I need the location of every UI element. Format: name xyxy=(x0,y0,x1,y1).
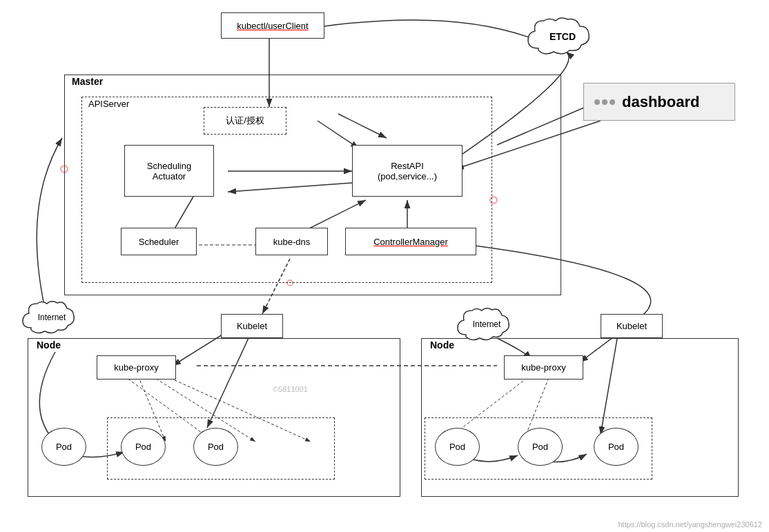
pod5-label: Pod xyxy=(532,442,548,452)
watermark: https://blog.csdn.net/yangshengwei230612 xyxy=(618,520,762,529)
kubectl-label: kubectl/userClient xyxy=(237,21,308,31)
kubectl-box: kubectl/userClient xyxy=(221,12,324,39)
pod3-box: Pod xyxy=(193,428,238,466)
pod-lone-left-label: Pod xyxy=(56,442,72,452)
dot3 xyxy=(610,99,615,105)
scheduler-box: Scheduler xyxy=(121,228,197,255)
dashboard-dots xyxy=(594,99,615,105)
kube-dns-label: kube-dns xyxy=(273,237,310,247)
controller-manager-label: ControllerManager xyxy=(373,237,448,247)
controller-manager-box: ControllerManager xyxy=(345,228,476,255)
kubelet-left-box: Kubelet xyxy=(221,314,283,338)
kubelet-right-box: Kubelet xyxy=(601,314,663,338)
etcd-label: ETCD xyxy=(549,31,576,42)
dot2 xyxy=(602,99,607,105)
kubelet-left-label: Kubelet xyxy=(237,321,267,331)
kube-proxy-left-box: kube-proxy xyxy=(97,355,176,380)
pod2-label: Pod xyxy=(135,442,151,452)
pod4-box: Pod xyxy=(435,428,480,466)
pod-lone-left: Pod xyxy=(41,428,86,466)
kube-proxy-right-box: kube-proxy xyxy=(504,355,583,380)
node-right-label: Node xyxy=(428,339,456,351)
kube-proxy-right-label: kube-proxy xyxy=(521,362,565,373)
auth-box: 认证/授权 xyxy=(204,107,286,135)
pod6-box: Pod xyxy=(594,428,639,466)
pod2-box: Pod xyxy=(121,428,166,466)
pod3-label: Pod xyxy=(208,442,224,452)
kube-proxy-left-label: kube-proxy xyxy=(114,362,158,373)
rest-api-box: RestAPI (pod,service...) xyxy=(352,145,463,197)
apiserver-label: APIServer xyxy=(86,99,131,109)
dashboard-box: dashboard xyxy=(583,83,735,121)
copyright: ©5811001 xyxy=(273,385,308,393)
internet-left-label: Internet xyxy=(38,313,66,322)
pod4-label: Pod xyxy=(449,442,465,452)
dot1 xyxy=(594,99,600,105)
internet-left-cloud: Internet xyxy=(21,297,83,338)
dashboard-label: dashboard xyxy=(622,93,699,111)
node-left-label: Node xyxy=(35,339,63,351)
scheduling-actuator-label: Scheduling Actuator xyxy=(147,161,191,181)
internet-right-label: Internet xyxy=(473,319,501,329)
scheduling-actuator-box: Scheduling Actuator xyxy=(124,145,214,197)
diagram-container: kubectl/userClient ETCD dashboard Master… xyxy=(0,0,769,532)
master-label: Master xyxy=(69,76,106,87)
controller-manager-text: ControllerManager xyxy=(373,237,448,247)
scheduler-label: Scheduler xyxy=(139,237,179,247)
kubelet-right-label: Kubelet xyxy=(616,321,647,331)
auth-label: 认证/授权 xyxy=(226,115,264,127)
internet-right-cloud: Internet xyxy=(456,304,518,345)
rest-api-label: RestAPI (pod,service...) xyxy=(378,161,437,181)
kube-dns-box: kube-dns xyxy=(255,228,328,255)
pod5-box: Pod xyxy=(518,428,563,466)
etcd-cloud: ETCD xyxy=(525,14,601,59)
pod6-label: Pod xyxy=(608,442,624,452)
